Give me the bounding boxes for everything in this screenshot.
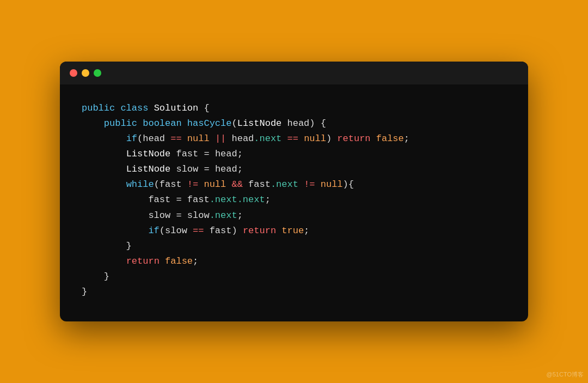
- code-line-8: slow = slow.next;: [82, 208, 506, 223]
- maximize-button[interactable]: [94, 69, 101, 77]
- code-line-11: return false;: [82, 254, 506, 269]
- code-editor: public class Solution { public boolean h…: [60, 84, 528, 321]
- minimize-button[interactable]: [82, 69, 89, 77]
- watermark: @51CTO博客: [547, 370, 584, 379]
- page-background: public class Solution { public boolean h…: [0, 0, 588, 383]
- code-line-3: if(head == null || head.next == null) re…: [82, 131, 506, 147]
- code-line-7: fast = fast.next.next;: [82, 192, 506, 208]
- code-line-13: }: [82, 284, 506, 300]
- code-line-12: }: [82, 269, 506, 284]
- code-line-10: }: [82, 239, 506, 254]
- window-titlebar: [60, 62, 528, 84]
- code-line-1: public class Solution {: [82, 101, 506, 116]
- close-button[interactable]: [70, 69, 77, 77]
- code-line-5: ListNode slow = head;: [82, 162, 506, 177]
- code-line-4: ListNode fast = head;: [82, 147, 506, 162]
- code-line-2: public boolean hasCycle(ListNode head) {: [82, 116, 506, 131]
- code-window: public class Solution { public boolean h…: [60, 62, 528, 321]
- code-line-6: while(fast != null && fast.next != null)…: [82, 177, 506, 192]
- code-line-9: if(slow == fast) return true;: [82, 223, 506, 239]
